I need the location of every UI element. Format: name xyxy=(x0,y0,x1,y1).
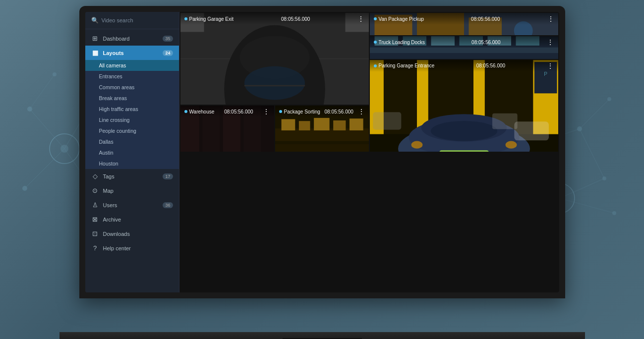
top-right-cameras: Van Package Pickup 08:05:56.000 ⋮ xyxy=(370,13,558,59)
camera-overlay: Van Package Pickup 08:05:56.000 ⋮ xyxy=(370,13,558,25)
right-camera-column: Van Package Pickup 08:05:56.000 ⋮ xyxy=(370,13,558,152)
sidebar-item-archive[interactable]: ⊠ Archive xyxy=(85,212,179,226)
camera-cell-parking-garage-entrance: P PLATE Parking Garage Entrance 08:05 xyxy=(370,60,558,152)
layouts-badge: 24 xyxy=(163,50,173,56)
camera-overlay: Parking Garage Entrance 08:05:56.000 ⋮ xyxy=(370,60,558,72)
svg-text:P: P xyxy=(544,71,547,77)
svg-point-4 xyxy=(22,186,27,191)
layout-sub-people-counting[interactable]: People counting xyxy=(85,125,179,136)
svg-point-101 xyxy=(411,141,422,148)
tags-badge: 17 xyxy=(163,173,173,179)
search-icon: 🔍 xyxy=(91,17,99,24)
camera-dot xyxy=(374,41,377,44)
map-label: Map xyxy=(103,188,114,194)
dashboard-icon: ⊞ xyxy=(91,35,99,42)
camera-menu[interactable]: ⋮ xyxy=(547,15,554,23)
help-label: Help center xyxy=(103,245,131,251)
tags-label: Tags xyxy=(103,173,115,179)
layout-sub-high-traffic[interactable]: High traffic areas xyxy=(85,104,179,114)
map-icon: ⊙ xyxy=(91,187,99,194)
camera-dot xyxy=(374,17,377,20)
svg-point-13 xyxy=(607,97,611,101)
camera-menu[interactable]: ⋮ xyxy=(547,62,554,70)
users-icon: ♙ xyxy=(91,201,99,209)
camera-name: Van Package Pickup xyxy=(374,16,424,22)
users-label: Users xyxy=(103,202,117,208)
laptop-screen: 🔍 Video search ⊞ Dashboard 35 ▦ Layouts … xyxy=(85,12,559,292)
camera-cell-parking-garage-exit: B02593 Parking Garage Exit 08:05:56.000 … xyxy=(180,13,369,105)
sidebar-item-label: Dashboard xyxy=(103,36,130,42)
layouts-icon: ▦ xyxy=(91,49,99,56)
laptop-bezel: 🔍 Video search ⊞ Dashboard 35 ▦ Layouts … xyxy=(79,6,565,298)
layout-sub-line-crossing[interactable]: Line crossing xyxy=(85,114,179,125)
laptop-base xyxy=(59,332,585,339)
camera-grid: B02593 Parking Garage Exit 08:05:56.000 … xyxy=(179,12,559,292)
archive-label: Archive xyxy=(103,217,121,223)
layouts-label: Layouts xyxy=(103,50,124,56)
camera-name: Parking Garage Entrance xyxy=(374,63,435,68)
laptop-container: 🔍 Video search ⊞ Dashboard 35 ▦ Layouts … xyxy=(50,6,595,333)
svg-point-32 xyxy=(244,66,304,100)
layout-sub-dallas[interactable]: Dallas xyxy=(85,136,179,147)
sidebar-nav: ⊞ Dashboard 35 ▦ Layouts 24 All cameras … xyxy=(85,29,179,292)
camera-menu[interactable]: ⋮ xyxy=(547,38,554,46)
camera-overlay: Parking Garage Exit 08:05:56.000 ⋮ xyxy=(180,13,369,25)
search-label: Video search xyxy=(102,17,133,23)
svg-point-2 xyxy=(27,107,32,112)
svg-rect-55 xyxy=(349,119,363,131)
svg-rect-103 xyxy=(440,151,487,152)
camera-dot xyxy=(374,64,377,67)
left-camera-column: B02593 Parking Garage Exit 08:05:56.000 … xyxy=(180,13,369,152)
layout-sub-common-areas[interactable]: Common areas xyxy=(85,82,179,93)
camera-cell-truck-loading-docks: Truck Loading Docks 08:05:56.000 ⋮ xyxy=(370,36,558,58)
sidebar-item-downloads[interactable]: ⊡ Downloads xyxy=(85,226,179,241)
svg-rect-53 xyxy=(314,118,330,130)
camera-overlay: Truck Loading Docks 08:05:56.000 ⋮ xyxy=(370,36,558,48)
dashboard-badge: 35 xyxy=(163,36,173,42)
camera-dot xyxy=(279,110,282,113)
sidebar-item-tags[interactable]: ◇ Tags 17 xyxy=(85,169,179,183)
sidebar-search[interactable]: 🔍 Video search xyxy=(85,12,179,29)
layout-sub-break-areas[interactable]: Break areas xyxy=(85,93,179,104)
svg-rect-107 xyxy=(492,113,518,129)
camera-name: Parking Garage Exit xyxy=(184,16,234,22)
camera-cell-package-sorting: Package Sorting 08:05:56.000 ⋮ xyxy=(275,106,369,152)
camera-menu[interactable]: ⋮ xyxy=(263,108,270,115)
camera-overlay: Package Sorting 08:05:56.000 ⋮ xyxy=(275,106,369,117)
svg-rect-72 xyxy=(370,48,558,53)
tags-icon: ◇ xyxy=(91,172,99,180)
svg-point-102 xyxy=(505,141,517,148)
sidebar-item-users[interactable]: ♙ Users 36 xyxy=(85,198,179,212)
archive-icon: ⊠ xyxy=(91,216,99,223)
svg-rect-106 xyxy=(373,112,401,129)
layout-sub-entrances[interactable]: Entrances xyxy=(85,71,179,82)
svg-rect-50 xyxy=(275,144,369,152)
svg-point-100 xyxy=(430,121,497,141)
downloads-label: Downloads xyxy=(103,231,130,237)
sidebar-item-dashboard[interactable]: ⊞ Dashboard 35 xyxy=(85,31,179,46)
downloads-icon: ⊡ xyxy=(91,230,99,237)
sidebar-item-help[interactable]: ? Help center xyxy=(85,241,179,255)
svg-point-15 xyxy=(602,176,606,180)
camera-cell-warehouse: Warehouse 08:05:56.000 ⋮ xyxy=(180,106,274,152)
svg-rect-51 xyxy=(281,119,295,131)
svg-rect-105 xyxy=(514,121,549,140)
layout-sub-all-cameras[interactable]: All cameras xyxy=(85,60,179,71)
layout-sub-austin[interactable]: Austin xyxy=(85,147,179,158)
svg-rect-54 xyxy=(333,120,346,130)
svg-point-18 xyxy=(612,211,616,215)
sidebar: 🔍 Video search ⊞ Dashboard 35 ▦ Layouts … xyxy=(85,12,179,292)
help-icon: ? xyxy=(91,244,99,252)
camera-menu[interactable]: ⋮ xyxy=(357,15,364,23)
camera-name: Warehouse xyxy=(184,109,215,114)
camera-menu[interactable]: ⋮ xyxy=(358,108,365,115)
users-badge: 36 xyxy=(163,202,173,208)
camera-dot xyxy=(184,17,187,20)
camera-name: Truck Loading Docks xyxy=(374,40,425,45)
bottom-left-cameras: Warehouse 08:05:56.000 ⋮ Package S xyxy=(180,106,369,152)
sidebar-item-layouts[interactable]: ▦ Layouts 24 xyxy=(85,46,179,60)
layout-sub-houston[interactable]: Houston xyxy=(85,158,179,169)
sidebar-item-map[interactable]: ⊙ Map xyxy=(85,183,179,198)
camera-overlay: Warehouse 08:05:56.000 ⋮ xyxy=(180,106,274,117)
svg-rect-52 xyxy=(298,121,310,131)
